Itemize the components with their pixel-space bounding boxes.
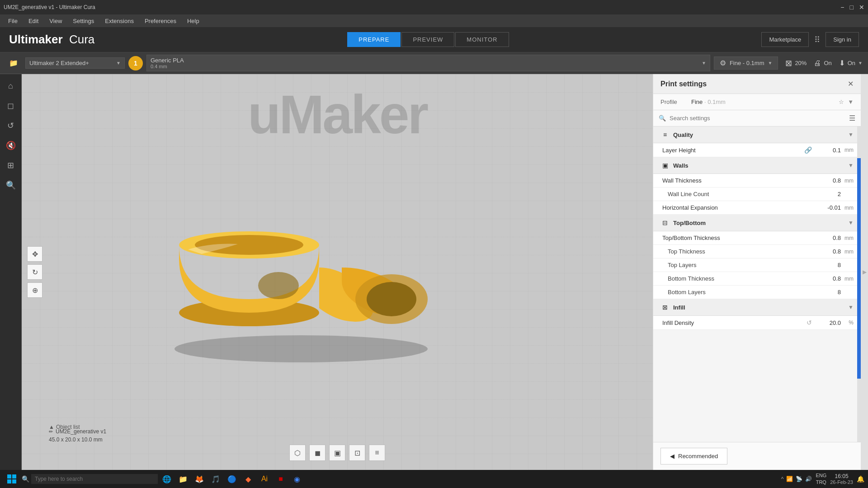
wall-line-count-value[interactable]: 2	[816, 191, 843, 197]
panel-close-button[interactable]: ✕	[848, 80, 854, 88]
rotate-tool[interactable]: ↻	[27, 264, 42, 280]
wall-thickness-value[interactable]: 0.8	[816, 177, 843, 184]
prepare-button[interactable]: PREPARE	[347, 32, 401, 47]
network-icon[interactable]: 📶	[786, 476, 793, 482]
horizontal-expansion-unit: mm	[843, 205, 854, 211]
close-button[interactable]: ✕	[859, 4, 864, 11]
wifi-icon[interactable]: 📡	[796, 476, 802, 482]
marketplace-button[interactable]: Marketplace	[761, 32, 809, 47]
layer-height-value[interactable]: 0.1	[816, 147, 843, 154]
walls-section-header[interactable]: ▣ Walls ▼	[653, 157, 861, 174]
taskbar-app-browser2[interactable]: ◉	[290, 472, 304, 486]
taskbar-app-files[interactable]: 📁	[176, 472, 190, 486]
support-toggle[interactable]: 🖨 On	[814, 59, 831, 67]
object-name: UM2E_generative v1	[56, 428, 106, 435]
monitor-button[interactable]: MONITOR	[455, 32, 509, 47]
topbottom-thickness-value[interactable]: 0.8	[816, 235, 843, 241]
taskbar-app-music[interactable]: 🎵	[208, 472, 223, 486]
menu-extensions[interactable]: Extensions	[100, 17, 138, 25]
taskbar-app-illustrator[interactable]: Ai	[257, 472, 272, 486]
horizontal-expansion-value[interactable]: -0.01	[816, 204, 843, 211]
menu-settings[interactable]: Settings	[68, 17, 99, 25]
infill-section-title: Infill	[673, 304, 844, 311]
app-logo: Ultimaker Cura	[9, 33, 94, 47]
topbottom-section-header[interactable]: ⊟ Top/Bottom ▼	[653, 215, 861, 231]
refresh-icon[interactable]: ↺	[807, 319, 812, 326]
edge-arrow-icon[interactable]: ▶	[863, 269, 867, 275]
preview-button[interactable]: PREVIEW	[401, 32, 454, 47]
taskbar-app-explorer[interactable]: 🌐	[160, 472, 174, 486]
search3d-icon[interactable]: 🔍	[3, 177, 19, 193]
profile-select[interactable]: ⚙ Fine - 0.1mm ▼	[714, 56, 778, 70]
logo-part2: Cura	[69, 33, 94, 46]
wireframe-view-button[interactable]: ▣	[329, 445, 345, 461]
taskbar-app-app2[interactable]: ■	[274, 472, 288, 486]
material-select[interactable]: Generic PLA 0.4 mm ▼	[146, 55, 710, 71]
top-layers-value[interactable]: 8	[816, 262, 843, 268]
adhesion-toggle[interactable]: ⬇ On ▼	[839, 59, 863, 67]
notification-icon[interactable]: 🔔	[857, 475, 864, 483]
infill-section-header[interactable]: ⊠ Infill ▼	[653, 299, 861, 316]
chevron-tray-icon[interactable]: ^	[781, 476, 784, 482]
topbottom-section-icon: ⊟	[660, 218, 670, 227]
solid-view-button[interactable]: ◼	[309, 445, 326, 461]
viewport[interactable]: uMaker ✥ ↻ ⊕	[22, 74, 653, 470]
minimize-button[interactable]: −	[840, 4, 844, 11]
edit-icon: ✏	[49, 429, 53, 435]
perspective-view-button[interactable]: ⬡	[289, 445, 306, 461]
support-icon: 🖨	[814, 59, 821, 67]
viewport-icon[interactable]: ◻	[3, 98, 19, 114]
settings-icon: ⚙	[720, 59, 726, 67]
taskbar-app-code[interactable]: 🔵	[225, 472, 239, 486]
menu-icon[interactable]: ☰	[849, 114, 855, 122]
tools-icon[interactable]: ⊞	[3, 157, 19, 174]
menu-edit[interactable]: Edit	[24, 17, 43, 25]
title-bar: UM2E_generative v1 - Ultimaker Cura − □ …	[0, 0, 868, 14]
favorite-icon[interactable]: ☆	[839, 99, 844, 105]
extruder-button[interactable]: 1	[128, 56, 143, 70]
search-input[interactable]	[670, 115, 845, 122]
bottom-layers-value[interactable]: 8	[816, 289, 843, 296]
taskbar-app-browser[interactable]: 🦊	[192, 472, 207, 486]
watermark: uMaker	[248, 83, 427, 145]
link-icon[interactable]: 🔗	[804, 146, 812, 154]
zoom-tool[interactable]: ⊕	[27, 282, 42, 298]
printer-select[interactable]: Ultimaker 2 Extended+ ▼	[25, 57, 125, 69]
window-controls[interactable]: − □ ✕	[840, 4, 864, 11]
horizontal-expansion-row: Horizontal Expansion -0.01 mm	[653, 201, 861, 215]
menu-view[interactable]: View	[45, 17, 66, 25]
layer-view-button[interactable]: ≡	[369, 445, 385, 461]
undo-icon[interactable]: ↺	[3, 117, 19, 134]
scrollbar-thumb[interactable]	[857, 158, 861, 379]
quality-section-header[interactable]: ≡ Quality ▼	[653, 127, 861, 143]
toolbar-right: Marketplace ⠿ Sign in	[761, 32, 859, 47]
menu-file[interactable]: File	[4, 17, 22, 25]
recommended-button[interactable]: ◀ Recommended	[660, 448, 727, 465]
home-icon[interactable]: ⌂	[3, 78, 19, 94]
pan-tool[interactable]: ✥	[27, 246, 42, 262]
bottom-thickness-value[interactable]: 0.8	[816, 275, 843, 282]
xray-view-button[interactable]: ⊡	[349, 445, 365, 461]
grid-icon[interactable]: ⠿	[814, 35, 820, 45]
folder-button[interactable]: 📁	[5, 56, 22, 70]
infill-density-value[interactable]: 20.0	[816, 319, 843, 326]
sound-icon[interactable]: 🔇	[3, 137, 19, 154]
start-button[interactable]	[4, 471, 20, 487]
profile-chevron-icon[interactable]: ▼	[848, 99, 854, 105]
support-label: On	[824, 60, 831, 66]
walls-section-icon: ▣	[660, 161, 670, 170]
topbottom-section-title: Top/Bottom	[673, 220, 844, 226]
wall-thickness-row: Wall Thickness 0.8 mm	[653, 174, 861, 188]
maximize-button[interactable]: □	[850, 4, 854, 11]
taskbar-app-app1[interactable]: ◆	[241, 472, 255, 486]
printer-name: Ultimaker 2 Extended+	[29, 60, 89, 66]
quality-section-title: Quality	[673, 131, 844, 138]
signin-button[interactable]: Sign in	[826, 32, 859, 47]
volume-icon[interactable]: 🔊	[805, 476, 812, 482]
taskbar-search-input[interactable]	[31, 474, 158, 484]
menu-preferences[interactable]: Preferences	[140, 17, 181, 25]
scrollbar-track[interactable]	[857, 127, 861, 442]
menu-help[interactable]: Help	[183, 17, 204, 25]
time-display: 16:05	[830, 473, 853, 479]
top-thickness-value[interactable]: 0.8	[816, 248, 843, 255]
